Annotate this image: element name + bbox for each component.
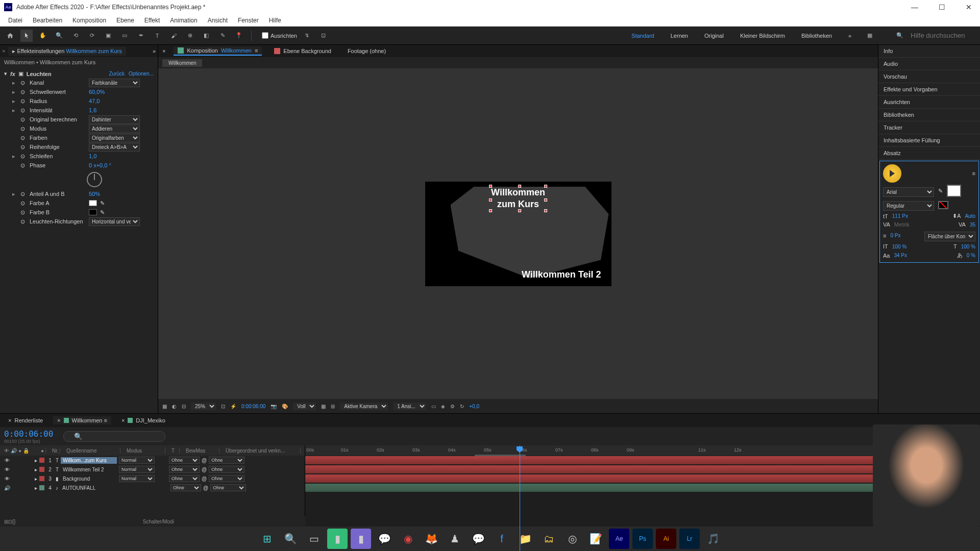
close-tab[interactable]: × [121, 417, 125, 423]
expand-arrow[interactable]: ▸ [35, 485, 37, 491]
notepad-app[interactable]: 📝 [585, 529, 606, 549]
alpha-icon[interactable]: ▦ [162, 404, 167, 409]
workspace-standard[interactable]: Standard [627, 31, 658, 41]
expand-icon[interactable]: ⊡ [8, 519, 12, 524]
refresh-icon[interactable]: ↻ [460, 404, 464, 409]
layer-name[interactable]: AUTOUNFALL [60, 485, 116, 491]
app-1[interactable]: ▮ [327, 529, 348, 549]
font-size[interactable]: 111 Px [892, 213, 908, 219]
menu-ansicht[interactable]: Ansicht [204, 16, 232, 25]
hscale[interactable]: 100 % [961, 244, 975, 249]
track-matte[interactable]: Ohne [169, 457, 200, 464]
stamp-tool[interactable]: ⊕ [184, 30, 196, 42]
layer-search[interactable] [63, 431, 165, 442]
workspace-lernen[interactable]: Lernen [667, 31, 692, 41]
parent-pickwhip[interactable]: @ [202, 467, 207, 472]
panel-menu-icon[interactable]: » [153, 48, 156, 54]
visibility-toggle[interactable]: 👁 [4, 476, 10, 482]
fx-badge[interactable]: fx [10, 71, 15, 77]
roto-tool[interactable]: ✎ [216, 30, 229, 42]
panel-vorschau[interactable]: Vorschau [878, 70, 980, 83]
tsume[interactable]: 0 % [967, 253, 975, 258]
visibility-toggle[interactable]: 🔊 [4, 485, 10, 491]
firefox-app[interactable]: 🦊 [421, 529, 442, 549]
font-family-select[interactable]: Arial [883, 187, 934, 197]
stroke-width[interactable]: 0 Px [890, 233, 900, 238]
eyedropper-icon[interactable]: ✎ [100, 209, 105, 216]
layer-row-2[interactable]: 👁▸2TWillkommen Teil 2NormalOhne@Ohne [0, 465, 305, 474]
selection-tool[interactable] [20, 30, 33, 42]
ae-app[interactable]: Ae [609, 529, 629, 549]
fx-visibility-icon[interactable]: ▣ [18, 70, 23, 77]
guide-icon[interactable]: ⊞ [331, 404, 335, 409]
panel-inhaltsbasierte-füllung[interactable]: Inhaltsbasierte Füllung [878, 134, 980, 147]
zoom-tool[interactable]: 🔍 [53, 30, 65, 42]
workspace-kleiner bildschirm[interactable]: Kleiner Bildschirm [736, 31, 789, 41]
home-icon[interactable] [4, 30, 16, 42]
mask-icon[interactable]: ◐ [172, 404, 177, 409]
prop-select[interactable]: Dahinter [89, 115, 140, 124]
panel-info[interactable]: Info [878, 45, 980, 58]
expand-arrow[interactable]: ▸ [35, 458, 37, 463]
stopwatch-icon[interactable]: ⊙ [20, 80, 27, 86]
timeline-tab-renderliste[interactable]: × Renderliste [4, 416, 47, 424]
draft-icon[interactable]: ⚙ [450, 404, 455, 409]
text-tool[interactable]: T [151, 30, 163, 42]
expand-arrow[interactable]: ▸ [12, 80, 17, 86]
close-comp-tab[interactable]: × [162, 48, 165, 54]
footage-tab[interactable]: Footage (ohne) [344, 47, 390, 55]
prop-select[interactable]: Addieren [89, 124, 140, 133]
prop-select[interactable]: Dreieck A>B>A [89, 143, 140, 152]
close-panel-icon[interactable]: × [2, 48, 5, 54]
camera-select[interactable]: Aktive Kamera [340, 403, 388, 410]
label-color[interactable] [39, 467, 44, 472]
stopwatch-icon[interactable]: ⊙ [20, 218, 27, 224]
eyedropper-icon[interactable]: ✎ [938, 188, 943, 194]
prop-select[interactable]: Originalfarben [89, 134, 140, 142]
layer-name[interactable]: Background [61, 475, 117, 482]
fast-preview-icon[interactable]: ⚡ [230, 404, 236, 409]
whatsapp-app[interactable]: 💬 [374, 529, 395, 549]
track-matte[interactable]: Ohne [170, 484, 201, 491]
stopwatch-icon[interactable]: ⊙ [20, 162, 27, 168]
color-swatch[interactable] [89, 209, 97, 215]
playhead[interactable] [520, 445, 520, 551]
brackets-icon[interactable]: {} [12, 519, 16, 524]
stopwatch-icon[interactable]: ⊙ [20, 144, 27, 150]
visibility-toggle[interactable]: 👁 [4, 467, 10, 472]
stopwatch-icon[interactable]: ⊙ [20, 200, 27, 206]
parent-pickwhip[interactable]: @ [202, 476, 207, 482]
layer-row-4[interactable]: 🔊▸4♪AUTOUNFALLOhne@Ohne [0, 483, 305, 492]
text-layer-1[interactable]: Willkommen zum Kurs [491, 187, 545, 211]
switches-modes[interactable]: Schalter/Modi [143, 519, 174, 524]
resolution-select[interactable]: Voll [293, 403, 316, 410]
orbit-tool[interactable]: ⟲ [69, 30, 82, 42]
panel-effekte-und-vorgaben[interactable]: Effekte und Vorgaben [878, 83, 980, 96]
stopwatch-icon[interactable]: ⊙ [20, 116, 27, 122]
workspace-bibliotheken[interactable]: Bibliotheken [797, 31, 836, 41]
lr-app[interactable]: Lr [679, 529, 700, 549]
rect-tool[interactable]: ▭ [118, 30, 131, 42]
3d-icon[interactable]: ◈ [441, 404, 445, 409]
exposure[interactable]: +0,0 [469, 404, 479, 409]
parent-pickwhip[interactable]: @ [203, 485, 208, 491]
lock-col-icon[interactable]: 🔒 [23, 448, 29, 454]
ps-app[interactable]: Ps [632, 529, 653, 549]
res-auto-icon[interactable]: ⊡ [221, 404, 225, 409]
stopwatch-icon[interactable]: ⊙ [20, 191, 27, 197]
views-select[interactable]: 1 Ansi... [393, 403, 426, 410]
prop-select[interactable]: Horizontal und vert [89, 217, 140, 226]
leading[interactable]: Auto [965, 213, 975, 219]
expand-arrow[interactable]: ▸ [12, 107, 17, 114]
blend-mode[interactable]: Normal [119, 466, 155, 473]
layer-name[interactable]: Willkommen Teil 2 [61, 466, 117, 473]
track-matte[interactable]: Ohne [169, 466, 200, 473]
workspace-original[interactable]: Original [700, 31, 728, 41]
blend-mode[interactable]: Normal [119, 457, 155, 464]
layer-row-3[interactable]: 👁▸3▮BackgroundNormalOhne@Ohne [0, 474, 305, 483]
video-col-icon[interactable]: 👁 [4, 448, 9, 454]
solo-col-icon[interactable]: ● [18, 448, 21, 454]
expand-arrow[interactable]: ▸ [35, 476, 37, 482]
app-6[interactable]: 🎵 [703, 529, 723, 549]
snap-checkbox[interactable] [262, 32, 268, 39]
